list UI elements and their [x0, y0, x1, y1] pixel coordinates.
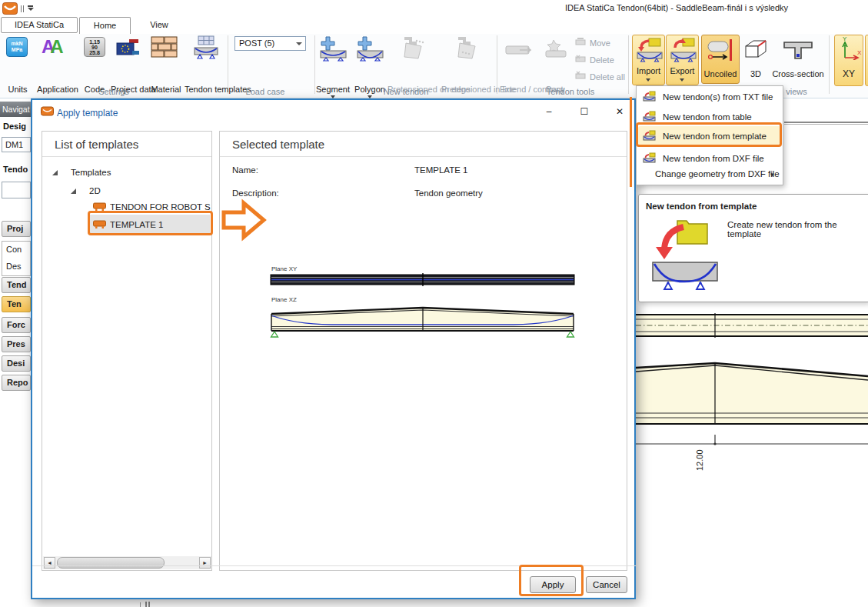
views-group-label: views [781, 87, 812, 96]
project-data-icon [115, 38, 140, 58]
extend-contract-button[interactable] [504, 42, 535, 60]
import-label: Import [633, 66, 664, 75]
name-value: TEMPLATE 1 [414, 165, 467, 175]
3d-button[interactable] [743, 38, 769, 63]
description-value: Tendon geometry [414, 188, 483, 198]
background-beam-edge-line [784, 122, 868, 125]
material-icon [151, 36, 178, 59]
selected-template-panel: Selected template Name: TEMPLATE 1 Descr… [219, 131, 627, 571]
sidebar-item-report[interactable]: Repo [2, 375, 31, 391]
sidebar-item-project[interactable]: Proj [2, 221, 31, 237]
design-member-combobox[interactable]: DM1 [2, 137, 31, 152]
delete-label: Delete [590, 55, 614, 65]
move-icon[interactable] [575, 37, 587, 46]
polygon-button[interactable] [355, 35, 384, 63]
app-icon[interactable] [2, 2, 18, 15]
export-button[interactable]: Export [666, 35, 699, 85]
sidebar-item-design[interactable]: Des [6, 262, 22, 271]
close-button[interactable]: ✕ [607, 103, 632, 120]
sidebar-item-tendons[interactable]: Tend [2, 277, 31, 293]
delete-icon[interactable] [575, 54, 587, 63]
sidebar-item-prestressing[interactable]: Pres [2, 336, 31, 352]
tab-home[interactable]: Home [79, 17, 131, 34]
import-dropdown-icon [646, 78, 650, 82]
project-data-button[interactable] [115, 38, 140, 60]
pretensioned-in-line-icon [454, 37, 480, 60]
axis-x-label: X [857, 49, 861, 56]
xy-view-button[interactable]: Y X XY [834, 35, 863, 86]
load-case-combobox[interactable]: POST (5) [234, 36, 306, 51]
material-button[interactable] [151, 36, 178, 61]
cancel-button[interactable]: Cancel [586, 576, 627, 593]
navigator-header: Navigat [0, 102, 31, 117]
menu-item-new-tendon-txt[interactable]: New tendon(s) from TXT file [638, 89, 781, 106]
pretensioned-on-edge-icon [400, 37, 426, 60]
description-label: Description: [232, 188, 279, 198]
apply-template-dialog: Apply template – ☐ ✕ List of templates T… [31, 98, 636, 599]
next-view-button-sliver[interactable] [865, 35, 868, 86]
tendon-tools-group-label: Tendon tools [526, 87, 615, 96]
qat-separator [21, 5, 25, 14]
maximize-button[interactable]: ☐ [572, 103, 597, 120]
tooltip-new-tendon-from-template: New tendon from template Create new tend… [638, 194, 868, 302]
tree-node-templates[interactable]: Templates [71, 168, 111, 177]
annotation-connector-line [630, 97, 632, 187]
tendon-label: Tendo [3, 165, 28, 174]
scroll-left-arrow[interactable]: ◄ [44, 557, 55, 569]
tree-node-2d[interactable]: 2D [89, 186, 101, 195]
menu-item-change-geometry-dxf[interactable]: Change geometry from DXF file ▾ [638, 166, 781, 183]
menu-item-new-tendon-dxf[interactable]: New tendon from DXF file [638, 151, 781, 168]
segment-button[interactable] [318, 35, 348, 63]
xy-label: XY [835, 69, 863, 78]
minimize-button[interactable]: – [537, 103, 561, 120]
tendon-import-icon [643, 152, 656, 165]
combo-arrow-icon [296, 42, 302, 45]
splitter-mark[interactable] [140, 602, 141, 607]
sidebar-item-concrete[interactable]: Con [6, 245, 22, 254]
delete-all-icon[interactable] [575, 71, 587, 80]
cross-section-icon [778, 38, 818, 62]
load-case-group-label: Load case [228, 87, 302, 96]
tendon-combobox[interactable] [2, 182, 31, 198]
segment-label: Segment [315, 85, 351, 94]
sidebar-item-forces[interactable]: Forc [2, 317, 31, 333]
dimension-label: 12.00 [695, 445, 704, 471]
scroll-right-arrow[interactable]: ► [199, 557, 211, 569]
pretensioned-in-line-label: Pretensioned in line [441, 85, 491, 94]
uncoiled-label: Uncoiled [702, 69, 739, 78]
tendon-import-icon [643, 91, 656, 103]
annotation-rect-template-1 [88, 211, 213, 235]
backstage-tab[interactable]: IDEA StatiCa Tendon [1, 17, 78, 33]
tendon-templates-button[interactable] [192, 35, 220, 63]
uncoiled-icon [707, 38, 736, 62]
cross-section-button[interactable] [778, 38, 818, 63]
settings-group-label: Settings [77, 87, 151, 96]
code-button[interactable]: 1,159025.8 [84, 37, 105, 57]
list-panel-heading: List of templates [55, 138, 138, 151]
pretensioned-on-edge-button[interactable] [400, 37, 426, 62]
sidebar-item-tendon-active[interactable]: Ten [2, 296, 31, 312]
qat-dropdown-icon[interactable] [28, 5, 34, 11]
scrollbar-thumb[interactable] [57, 557, 165, 569]
application-button[interactable]: AA [42, 36, 64, 58]
copy-button[interactable] [541, 38, 569, 60]
background-beam-views [636, 308, 868, 481]
list-of-templates-panel: List of templates Templates 2D TENDON FO… [42, 131, 212, 571]
uncoiled-button[interactable]: Uncoiled [701, 35, 740, 84]
tree-expander-templates[interactable] [52, 170, 58, 175]
export-label: Export [667, 66, 698, 75]
pretensioned-in-line-button[interactable] [454, 37, 480, 62]
sidebar-item-design2[interactable]: Desi [2, 355, 31, 372]
tree-expander-2d[interactable] [71, 188, 76, 194]
splitter-handle[interactable] [145, 602, 147, 607]
import-button[interactable]: Import [632, 35, 665, 85]
plane-xz-label: Plane XZ [271, 296, 297, 303]
copy-icon [541, 38, 569, 58]
list-horizontal-scrollbar[interactable]: ◄ ► [43, 556, 211, 569]
cross-section-label: Cross-section [770, 69, 826, 78]
units-button[interactable]: mkNMPa [6, 37, 28, 57]
tab-view[interactable]: View [140, 17, 178, 34]
annotation-rect-menu-item [636, 122, 782, 147]
tendon-from-template-icon [650, 215, 723, 298]
plane-xy-label: Plane XY [271, 265, 297, 272]
